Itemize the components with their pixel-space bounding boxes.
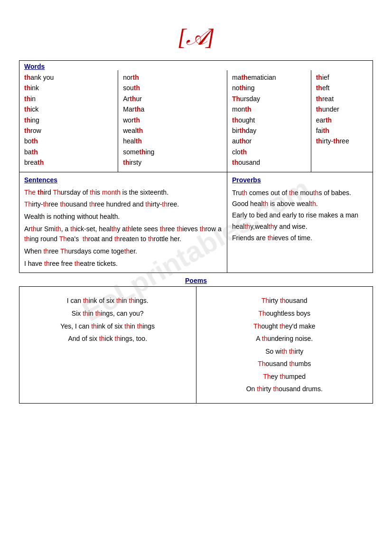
word-item: thief [316,72,368,83]
words-col4: thief theft threat thunder earth faith t… [311,70,373,172]
word-item: thin [24,94,113,104]
sentences-proverbs-row: Sentences The third Thursday of this mon… [19,172,373,273]
word-item: thick [24,104,113,114]
sentence-item: Wealth is nothing without health. [24,212,222,222]
word-item: Arthur [123,94,222,104]
word-item: month [232,104,306,114]
word-item: both [24,136,113,146]
word-item: breath [24,157,113,168]
poem-line: Thousand thumbs [202,357,367,370]
poems-table: I can think of six thin things. Six thin… [19,286,373,404]
word-item: author [232,136,306,146]
word-item: thunder [316,104,368,114]
poem-line: Thirty thousand [202,294,367,307]
sentence-item: The third Thursday of this month is the … [24,188,222,198]
words-col3: mathematician nothing Thursday month tho… [227,70,311,172]
word-item: thirty-three [316,136,368,146]
word-item: Martha [123,104,222,114]
poem-line: They thumped [202,370,367,383]
word-item: worth [123,115,222,125]
poem-line: I can think of six thin things. [25,294,190,307]
proverb-item: Early to bed and early to rise makes a m… [232,210,368,233]
word-item: thirsty [123,157,222,168]
word-item: earth [316,115,368,125]
word-item: thing [24,115,113,125]
word-item: cloth [232,147,306,157]
poem-line: A thundering noise. [202,332,367,345]
words-col2: north south Arthur Martha worth wealth h… [118,70,227,172]
sentence-item: Arthur Smith, a thick-set, healthy athle… [24,224,222,245]
sentence-item: When three Thursdays come together. [24,246,222,257]
word-item: thank you [24,72,113,83]
word-item: birthday [232,125,306,136]
page-title: [𝒜] [19,24,373,51]
words-col1: thank you think thin thick thing throw b… [19,70,118,172]
word-item: thousand [232,157,306,168]
words-header-cell: Words [19,61,373,71]
word-item: health [123,136,222,146]
word-item: north [123,72,222,83]
word-item: threat [316,94,368,104]
word-item: Thursday [232,94,306,104]
poem-line: Thought they'd make [202,320,367,333]
poems-row: I can think of six thin things. Six thin… [19,287,373,404]
word-item: theft [316,83,368,93]
word-item: nothing [232,83,306,93]
sentence-item: I have three free theatre tickets. [24,259,222,269]
sentences-label: Sentences [24,176,222,184]
word-item: faith [316,125,368,136]
word-item: south [123,83,222,93]
poems-label: Poems [19,277,373,284]
proverb-item: Good health is above wealth. [232,198,368,210]
words-content-row: thank you think thin thick thing throw b… [19,70,373,172]
main-content-table: Words thank you think thin thick thing t… [19,60,373,273]
words-section: Words thank you think thin thick thing t… [19,60,373,273]
word-item: something [123,147,222,157]
poem-line: And of six thick things, too. [25,332,190,345]
words-header-row: Words [19,61,373,71]
word-item: thought [232,115,306,125]
poem-line: Six thin things, can you? [25,307,190,320]
word-item: throw [24,125,113,136]
sentence-item: Thirty-three thousand three hundred and … [24,199,222,210]
proverb-item: Truth comes out of the mouths of babes. [232,188,368,199]
poem-line: On thirty thousand drums. [202,383,367,395]
poem-left-cell: I can think of six thin things. Six thin… [19,287,196,404]
word-item: bath [24,147,113,157]
poem-line: Yes, I can think of six thin things [25,320,190,333]
word-item: mathematician [232,72,306,83]
word-item: think [24,83,113,93]
poem-line: Thoughtless boys [202,307,367,320]
poem-right-cell: Thirty thousand Thoughtless boys Thought… [196,287,373,404]
word-item: wealth [123,125,222,136]
proverb-item: Friends are thieves of time. [232,233,368,244]
sentences-cell: Sentences The third Thursday of this mon… [19,172,227,273]
words-label: Words [24,63,45,70]
poem-line: So with thirty [202,345,367,358]
proverbs-label: Proverbs [232,176,368,184]
proverbs-cell: Proverbs Truth comes out of the mouths o… [227,172,373,273]
